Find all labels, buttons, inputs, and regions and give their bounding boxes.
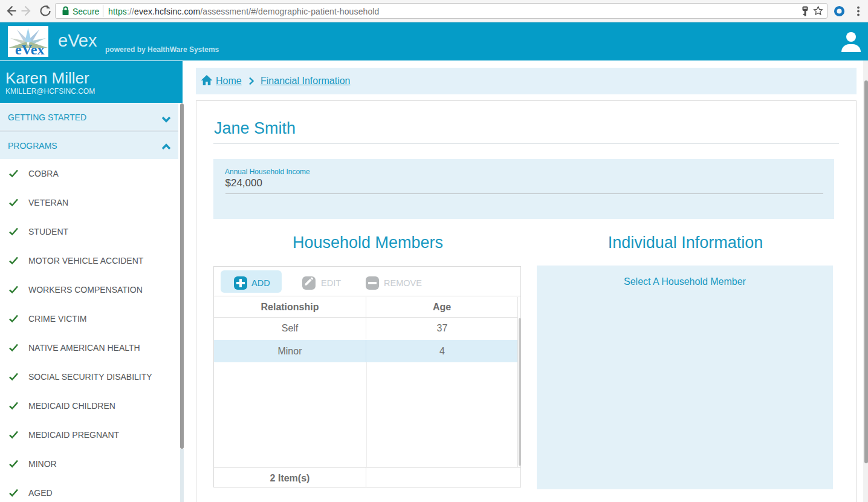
svg-text:eVex: eVex	[15, 42, 44, 57]
